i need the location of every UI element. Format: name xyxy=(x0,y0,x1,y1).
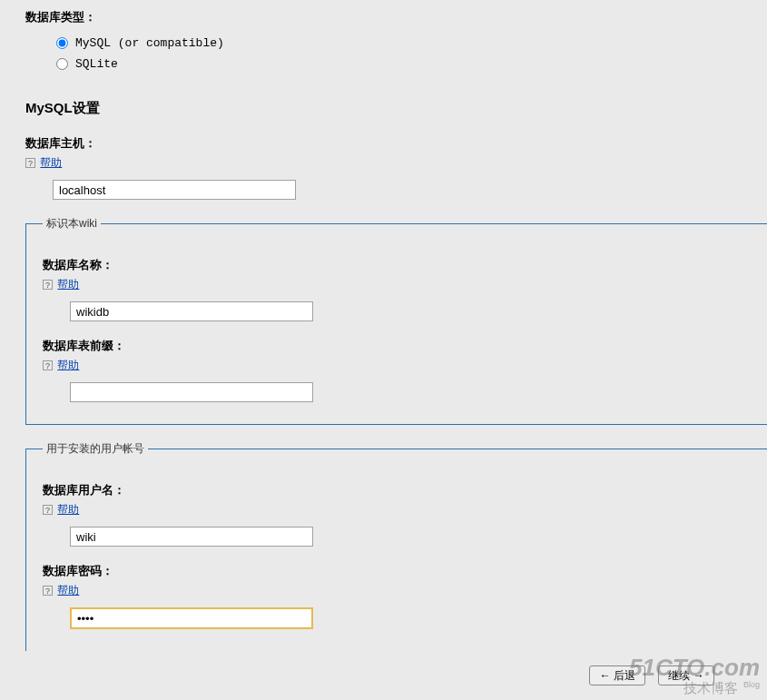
db-user-help-link[interactable]: 帮助 xyxy=(57,503,79,516)
db-type-mysql-radio[interactable] xyxy=(56,37,68,49)
back-button[interactable]: ← 后退 xyxy=(589,665,645,685)
install-account-fieldset: 用于安装的用户帐号 数据库用户名： ? 帮助 数据库密码： ? 帮助 xyxy=(25,441,767,651)
db-name-label: 数据库名称： xyxy=(43,257,751,273)
db-password-input[interactable] xyxy=(70,607,313,629)
db-type-sqlite-label: SQLite xyxy=(75,57,118,71)
table-prefix-help-link[interactable]: 帮助 xyxy=(57,359,79,371)
db-name-block: 数据库名称： ? 帮助 xyxy=(43,257,751,321)
install-account-legend: 用于安装的用户帐号 xyxy=(43,441,148,457)
db-type-mysql-row[interactable]: MySQL (or compatible) xyxy=(25,33,742,54)
db-username-input[interactable] xyxy=(70,527,313,547)
continue-button[interactable]: 继续 → xyxy=(658,665,714,685)
db-type-mysql-label: MySQL (or compatible) xyxy=(75,36,224,50)
db-pass-block: 数据库密码： ? 帮助 xyxy=(43,563,751,629)
db-pass-label: 数据库密码： xyxy=(43,563,751,579)
db-host-help-link[interactable]: 帮助 xyxy=(40,156,62,169)
table-prefix-block: 数据库表前缀： ? 帮助 xyxy=(43,338,751,402)
identify-wiki-legend: 标识本wiki xyxy=(43,216,101,232)
help-icon: ? xyxy=(43,280,53,290)
db-name-help-link[interactable]: 帮助 xyxy=(57,278,79,291)
table-prefix-input[interactable] xyxy=(70,382,313,402)
db-host-input[interactable] xyxy=(53,180,296,200)
help-icon: ? xyxy=(43,505,53,515)
mysql-settings-heading: MySQL设置 xyxy=(25,100,742,117)
db-type-sqlite-row[interactable]: SQLite xyxy=(25,54,742,74)
db-type-sqlite-radio[interactable] xyxy=(56,58,68,70)
db-user-label: 数据库用户名： xyxy=(43,482,751,498)
help-icon: ? xyxy=(25,158,35,168)
table-prefix-label: 数据库表前缀： xyxy=(43,338,751,354)
db-type-block: 数据库类型： MySQL (or compatible) SQLite xyxy=(25,9,742,74)
db-pass-help-link[interactable]: 帮助 xyxy=(57,584,79,596)
help-icon: ? xyxy=(43,360,53,370)
db-name-input[interactable] xyxy=(70,301,313,321)
help-icon: ? xyxy=(43,586,53,596)
db-user-block: 数据库用户名： ? 帮助 xyxy=(43,482,751,547)
db-host-block: 数据库主机： ? 帮助 xyxy=(25,135,742,200)
button-bar: ← 后退 继续 → xyxy=(25,651,742,685)
identify-wiki-fieldset: 标识本wiki 数据库名称： ? 帮助 数据库表前缀： ? 帮助 xyxy=(25,216,767,425)
db-host-label: 数据库主机： xyxy=(25,135,742,152)
db-type-label: 数据库类型： xyxy=(25,9,742,25)
